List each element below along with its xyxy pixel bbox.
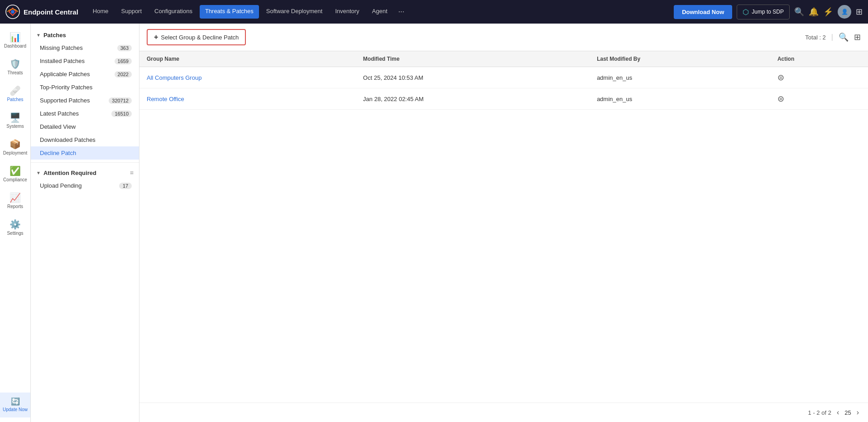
cell-action: ⊜ — [770, 88, 868, 110]
sidebar-divider — [31, 162, 139, 163]
systems-icon: 🖥️ — [10, 113, 21, 122]
patches-icon: 🩹 — [10, 86, 21, 95]
latest-patches-badge: 16510 — [111, 111, 132, 117]
nav-more[interactable]: ··· — [395, 5, 408, 19]
nav-support[interactable]: Support — [116, 5, 148, 19]
next-page-button[interactable]: › — [855, 407, 861, 417]
sidebar-label-settings: Settings — [7, 231, 23, 236]
action-menu-icon[interactable]: ⊜ — [777, 73, 784, 82]
patches-section-title: Patches — [43, 32, 66, 39]
cell-last-modified-by: admin_en_us — [590, 88, 770, 110]
menu-upload-pending[interactable]: Upload Pending 17 — [31, 179, 139, 192]
nav-links: Home Support Configurations Threats & Pa… — [87, 5, 670, 19]
patches-section-header[interactable]: ▼ Patches — [31, 28, 139, 41]
update-now-button[interactable]: 🔄 Update Now — [0, 393, 30, 417]
toolbar-search-icon[interactable]: 🔍 — [839, 32, 849, 42]
group-name-link[interactable]: All Computers Group — [147, 74, 201, 81]
grid-icon[interactable]: ⊞ — [856, 7, 863, 17]
menu-applicable-patches[interactable]: Applicable Patches 2022 — [31, 68, 139, 81]
search-icon[interactable]: 🔍 — [794, 7, 804, 17]
group-name-link[interactable]: Remote Office — [147, 96, 184, 102]
sidebar-label-systems: Systems — [6, 124, 24, 129]
col-action: Action — [770, 51, 868, 67]
attention-section-header[interactable]: ▼ Attention Required ≡ — [31, 165, 139, 179]
sidebar-item-systems[interactable]: 🖥️ Systems — [1, 108, 30, 133]
cell-modified-time: Oct 25, 2024 10:53 AM — [356, 67, 590, 88]
menu-detailed-view[interactable]: Detailed View — [31, 120, 139, 133]
col-group-name: Group Name — [139, 51, 356, 67]
settings-icon: ⚙️ — [10, 220, 21, 229]
applicable-patches-label: Applicable Patches — [40, 71, 90, 78]
table-header-row: Group Name Modified Time Last Modified B… — [139, 51, 868, 67]
cell-action: ⊜ — [770, 67, 868, 88]
app-name: Endpoint Central — [24, 8, 78, 16]
nav-software-deployment[interactable]: Software Deployment — [261, 5, 328, 19]
nav-configurations[interactable]: Configurations — [149, 5, 198, 19]
sidebar-item-dashboard[interactable]: 📊 Dashboard — [1, 28, 30, 53]
attention-collapse-icon[interactable]: ≡ — [130, 169, 134, 176]
download-now-button[interactable]: Download Now — [674, 5, 732, 19]
nav-inventory[interactable]: Inventory — [330, 5, 364, 19]
menu-latest-patches[interactable]: Latest Patches 16510 — [31, 107, 139, 120]
action-menu-icon[interactable]: ⊜ — [777, 94, 784, 103]
main-layout: 📊 Dashboard 🛡️ Threats 🩹 Patches 🖥️ Syst… — [0, 24, 868, 422]
pagination-range: 1 - 2 of 2 — [808, 409, 831, 416]
sdp-label: Jump to SDP — [752, 9, 784, 15]
patches-sidebar: ▼ Patches Missing Patches 363 Installed … — [31, 24, 139, 422]
jump-to-sdp-button[interactable]: ⬡ Jump to SDP — [737, 5, 790, 19]
prev-page-button[interactable]: ‹ — [835, 407, 841, 417]
top-nav: Endpoint Central Home Support Configurat… — [0, 0, 868, 24]
menu-supported-patches[interactable]: Supported Patches 320712 — [31, 94, 139, 107]
toolbar-divider: | — [831, 33, 833, 41]
detailed-view-label: Detailed View — [40, 123, 76, 130]
toolbar-grid-icon[interactable]: ⊞ — [854, 32, 861, 42]
applicable-patches-badge: 2022 — [115, 71, 132, 78]
decline-patch-table: Group Name Modified Time Last Modified B… — [139, 51, 868, 110]
sidebar-label-deployment: Deployment — [3, 150, 27, 155]
avatar[interactable]: 👤 — [838, 5, 851, 19]
main-content: + Select Group & Decline Patch Total : 2… — [139, 24, 868, 422]
lightning-icon[interactable]: ⚡ — [823, 7, 833, 17]
attention-section-title: Attention Required — [43, 170, 96, 176]
app-logo[interactable]: Endpoint Central — [5, 5, 78, 19]
sidebar-label-threats: Threats — [8, 70, 23, 75]
sidebar-label-dashboard: Dashboard — [4, 44, 26, 49]
update-icon: 🔄 — [11, 398, 20, 405]
menu-decline-patch[interactable]: Decline Patch — [31, 146, 139, 160]
installed-patches-badge: 1659 — [115, 58, 132, 64]
nav-agent[interactable]: Agent — [367, 5, 393, 19]
sidebar-item-compliance[interactable]: ✅ Compliance — [1, 162, 30, 187]
sdp-icon: ⬡ — [743, 8, 749, 16]
table-container: Group Name Modified Time Last Modified B… — [139, 51, 868, 403]
menu-downloaded-patches[interactable]: Downloaded Patches — [31, 133, 139, 146]
page-size: 25 — [844, 409, 851, 416]
supported-patches-label: Supported Patches — [40, 97, 90, 104]
col-modified-time: Modified Time — [356, 51, 590, 67]
nav-home[interactable]: Home — [87, 5, 114, 19]
total-label: Total : 2 — [805, 34, 826, 41]
icon-sidebar: 📊 Dashboard 🛡️ Threats 🩹 Patches 🖥️ Syst… — [0, 24, 31, 422]
top-priority-patches-label: Top-Priority Patches — [40, 84, 92, 91]
missing-patches-label: Missing Patches — [40, 44, 83, 51]
downloaded-patches-label: Downloaded Patches — [40, 136, 96, 143]
select-group-button[interactable]: + Select Group & Decline Patch — [147, 29, 246, 45]
menu-installed-patches[interactable]: Installed Patches 1659 — [31, 54, 139, 68]
select-group-label: Select Group & Decline Patch — [161, 34, 239, 41]
sidebar-item-reports[interactable]: 📈 Reports — [1, 189, 30, 213]
menu-top-priority-patches[interactable]: Top-Priority Patches — [31, 81, 139, 94]
threats-icon: 🛡️ — [10, 59, 21, 68]
table-row: All Computers GroupOct 25, 2024 10:53 AM… — [139, 67, 868, 88]
notifications-icon[interactable]: 🔔 — [809, 7, 819, 17]
sidebar-item-patches[interactable]: 🩹 Patches — [1, 82, 30, 107]
missing-patches-badge: 363 — [117, 45, 132, 51]
installed-patches-label: Installed Patches — [40, 58, 85, 64]
sidebar-item-settings[interactable]: ⚙️ Settings — [1, 215, 30, 240]
nav-threats-patches[interactable]: Threats & Patches — [200, 5, 259, 19]
sidebar-item-deployment[interactable]: 📦 Deployment — [1, 135, 30, 160]
upload-pending-label: Upload Pending — [40, 182, 82, 189]
cell-group-name: Remote Office — [139, 88, 356, 110]
reports-icon: 📈 — [10, 193, 21, 202]
sidebar-item-threats[interactable]: 🛡️ Threats — [1, 55, 30, 80]
sidebar-label-patches: Patches — [7, 97, 23, 102]
menu-missing-patches[interactable]: Missing Patches 363 — [31, 41, 139, 54]
